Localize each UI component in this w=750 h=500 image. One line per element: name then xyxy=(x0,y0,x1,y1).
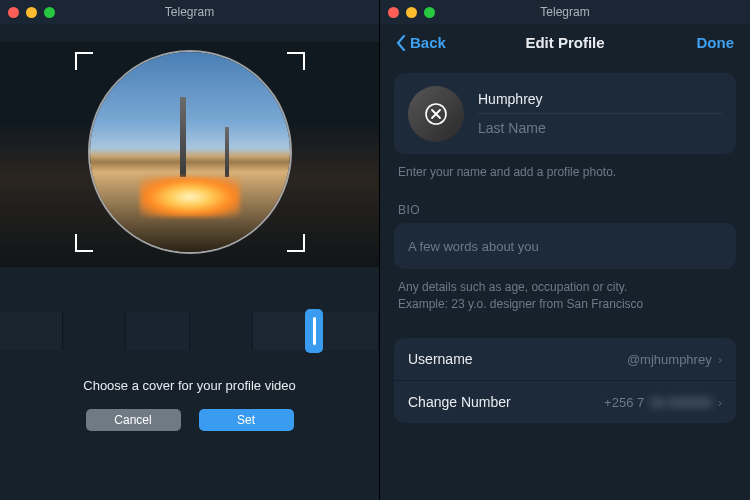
last-name-field[interactable] xyxy=(478,114,722,142)
number-prefix: +256 7 xyxy=(604,395,644,410)
window-controls xyxy=(388,7,435,18)
username-value: @mjhumphrey xyxy=(627,352,712,367)
filmstrip-thumb[interactable] xyxy=(126,312,189,350)
chevron-left-icon xyxy=(396,35,406,51)
cancel-button[interactable]: Cancel xyxy=(86,409,181,431)
minimize-window-icon[interactable] xyxy=(406,7,417,18)
bio-card xyxy=(394,223,736,269)
done-button[interactable]: Done xyxy=(697,34,735,51)
close-window-icon[interactable] xyxy=(8,7,19,18)
row-value: +256 700 000000 › xyxy=(604,395,722,410)
video-crop-area[interactable] xyxy=(0,42,379,267)
row-value: @mjhumphrey › xyxy=(627,352,722,367)
row-label: Username xyxy=(408,351,473,367)
window-title: Telegram xyxy=(380,5,750,19)
filmstrip-thumb[interactable] xyxy=(190,312,253,350)
crop-corner-tl[interactable] xyxy=(75,52,93,70)
bio-section-label: BIO xyxy=(398,203,732,217)
window-controls xyxy=(8,7,55,18)
bio-hint: Any details such as age, occupation or c… xyxy=(398,279,732,313)
navbar: Back Edit Profile Done xyxy=(380,24,750,59)
window-title: Telegram xyxy=(0,5,379,19)
cover-instruction: Choose a cover for your profile video xyxy=(0,378,379,393)
video-filmstrip[interactable] xyxy=(0,312,379,350)
back-label: Back xyxy=(410,34,446,51)
content-scroll: Enter your name and add a profile photo.… xyxy=(380,59,750,500)
filmstrip-thumb[interactable] xyxy=(63,312,126,350)
username-row[interactable]: Username @mjhumphrey › xyxy=(394,338,736,380)
settings-list: Username @mjhumphrey › Change Number +25… xyxy=(394,338,736,423)
back-button[interactable]: Back xyxy=(396,34,446,51)
bio-field[interactable] xyxy=(408,239,722,254)
profile-name-card xyxy=(394,73,736,154)
change-number-row[interactable]: Change Number +256 700 000000 › xyxy=(394,380,736,423)
close-x-icon xyxy=(424,102,448,126)
row-label: Change Number xyxy=(408,394,511,410)
crop-frame[interactable] xyxy=(75,52,305,252)
filmstrip-scrubber[interactable] xyxy=(305,309,323,353)
crop-corner-br[interactable] xyxy=(287,234,305,252)
set-button[interactable]: Set xyxy=(199,409,294,431)
name-hint: Enter your name and add a profile photo. xyxy=(398,164,732,181)
number-redacted: 00 000000 xyxy=(650,395,711,410)
crop-corner-tr[interactable] xyxy=(287,52,305,70)
button-row: Cancel Set xyxy=(0,409,379,431)
titlebar: Telegram xyxy=(380,0,750,24)
chevron-right-icon: › xyxy=(718,395,722,410)
name-fields xyxy=(478,85,722,142)
first-name-field[interactable] xyxy=(478,85,722,114)
titlebar: Telegram xyxy=(0,0,379,24)
minimize-window-icon[interactable] xyxy=(26,7,37,18)
avatar[interactable] xyxy=(408,86,464,142)
chevron-right-icon: › xyxy=(718,352,722,367)
cover-picker-window: Telegram Choose a cover for your profile… xyxy=(0,0,380,500)
filmstrip-thumb[interactable] xyxy=(0,312,63,350)
close-window-icon[interactable] xyxy=(388,7,399,18)
maximize-window-icon[interactable] xyxy=(424,7,435,18)
crop-corner-bl[interactable] xyxy=(75,234,93,252)
maximize-window-icon[interactable] xyxy=(44,7,55,18)
edit-profile-window: Telegram Back Edit Profile Done Enter yo… xyxy=(380,0,750,500)
filmstrip-thumb[interactable] xyxy=(316,312,379,350)
